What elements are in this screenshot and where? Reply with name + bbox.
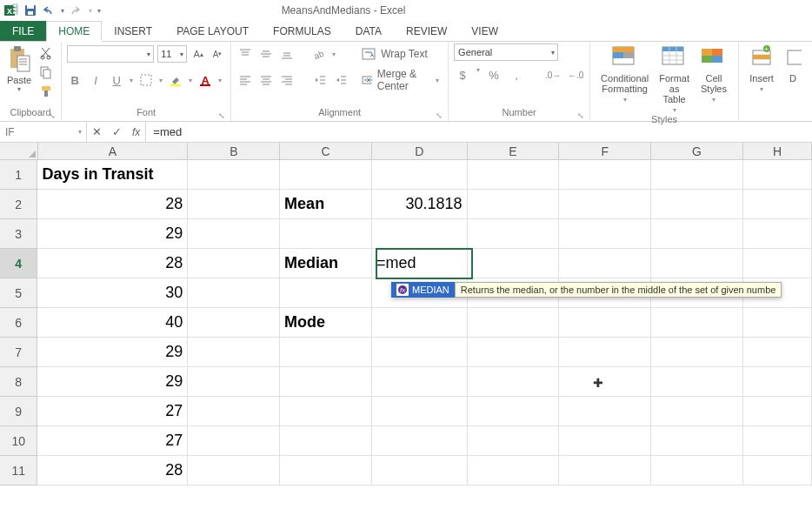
cell[interactable] xyxy=(743,190,812,219)
cell[interactable] xyxy=(372,219,468,249)
cell[interactable] xyxy=(651,249,743,278)
cell[interactable]: 29 xyxy=(37,338,188,367)
cell[interactable] xyxy=(280,397,372,426)
cell[interactable] xyxy=(651,367,743,397)
decrease-indent-button[interactable] xyxy=(311,71,329,89)
cell[interactable] xyxy=(559,308,651,338)
cell[interactable] xyxy=(743,160,812,190)
font-color-button[interactable]: A xyxy=(197,71,213,89)
wrap-text-button[interactable]: Wrap Text xyxy=(358,44,443,64)
bold-button[interactable]: B xyxy=(67,71,83,89)
copy-button[interactable] xyxy=(37,63,56,82)
col-header-G[interactable]: G xyxy=(651,143,743,159)
col-header-E[interactable]: E xyxy=(468,143,560,159)
cell[interactable] xyxy=(468,160,560,190)
cell[interactable] xyxy=(280,338,372,367)
cell[interactable] xyxy=(559,456,651,486)
cell[interactable] xyxy=(651,426,743,456)
accounting-dropdown-icon[interactable]: ▾ xyxy=(476,66,480,84)
cell[interactable] xyxy=(280,367,372,397)
cell[interactable] xyxy=(559,426,651,456)
col-header-H[interactable]: H xyxy=(743,143,812,159)
italic-button[interactable]: I xyxy=(88,71,103,89)
cell[interactable] xyxy=(188,426,280,456)
comma-format-button[interactable]: , xyxy=(508,66,525,84)
cell[interactable] xyxy=(372,397,468,426)
autocomplete-item[interactable]: fx MEDIAN xyxy=(391,282,455,298)
cell[interactable] xyxy=(651,397,743,426)
cell[interactable] xyxy=(468,308,560,338)
cell[interactable] xyxy=(651,219,743,249)
format-painter-button[interactable] xyxy=(37,82,56,101)
accounting-format-button[interactable]: $ xyxy=(454,66,471,84)
cell[interactable] xyxy=(372,160,468,190)
select-all-button[interactable] xyxy=(0,143,38,159)
cell[interactable] xyxy=(743,219,812,249)
cell[interactable] xyxy=(743,426,812,456)
cell[interactable] xyxy=(651,308,743,338)
cell[interactable] xyxy=(743,397,812,426)
cell[interactable] xyxy=(188,249,280,278)
align-middle-button[interactable] xyxy=(257,45,275,63)
tab-data[interactable]: DATA xyxy=(343,21,394,41)
cell[interactable] xyxy=(280,219,372,249)
cell[interactable]: 29 xyxy=(37,219,188,249)
cell[interactable] xyxy=(372,426,468,456)
cell[interactable] xyxy=(559,160,651,190)
cell[interactable]: Median xyxy=(280,249,372,278)
align-bottom-button[interactable] xyxy=(278,45,296,63)
cell[interactable] xyxy=(651,338,743,367)
cell[interactable] xyxy=(559,367,651,397)
cell[interactable] xyxy=(372,456,468,486)
cell[interactable] xyxy=(651,456,743,486)
underline-button[interactable]: U xyxy=(109,71,124,89)
cell[interactable]: 30 xyxy=(37,278,188,308)
cell[interactable] xyxy=(188,219,280,249)
excel-app-icon[interactable]: X xyxy=(3,3,19,18)
cell[interactable] xyxy=(188,397,280,426)
align-center-button[interactable] xyxy=(257,71,275,89)
cell-styles-button[interactable]: Cell Styles ▾ xyxy=(695,44,733,104)
cell[interactable]: Mode xyxy=(280,308,372,338)
cell[interactable]: Days in Transit xyxy=(37,160,188,190)
cell[interactable] xyxy=(559,249,651,278)
align-left-button[interactable] xyxy=(236,71,254,89)
fill-color-button[interactable] xyxy=(168,71,183,89)
col-header-C[interactable]: C xyxy=(280,143,372,159)
borders-button[interactable] xyxy=(138,71,154,89)
active-cell[interactable]: =med xyxy=(372,249,468,278)
cell[interactable] xyxy=(188,367,280,397)
name-box[interactable]: IF▾ xyxy=(0,122,87,142)
cell[interactable] xyxy=(372,308,468,338)
cell[interactable] xyxy=(372,338,468,367)
delete-cells-button[interactable]: D xyxy=(779,44,807,84)
cell[interactable] xyxy=(188,456,280,486)
merge-center-button[interactable]: Merge & Center ▾ xyxy=(358,70,443,90)
cell[interactable] xyxy=(468,367,560,397)
font-dialog-launcher-icon[interactable]: ⤡ xyxy=(218,111,225,120)
cell[interactable] xyxy=(559,338,651,367)
cut-button[interactable] xyxy=(37,44,56,63)
cell[interactable] xyxy=(188,278,280,308)
increase-decimal-button[interactable]: .0→ xyxy=(544,66,562,84)
cell[interactable] xyxy=(188,308,280,338)
cell[interactable] xyxy=(651,190,743,219)
format-as-table-button[interactable]: Format as Table ▾ xyxy=(654,44,695,114)
cell[interactable]: 28 xyxy=(37,249,188,278)
enter-formula-button[interactable]: ✓ xyxy=(112,125,122,138)
cell[interactable] xyxy=(188,338,280,367)
cell[interactable]: 28 xyxy=(37,456,188,486)
cell[interactable] xyxy=(468,338,560,367)
increase-font-button[interactable]: A▴ xyxy=(190,45,206,63)
cell[interactable]: Mean xyxy=(280,190,372,219)
cell[interactable]: 28 xyxy=(37,190,188,219)
cell[interactable] xyxy=(559,397,651,426)
cancel-formula-button[interactable]: ✕ xyxy=(92,125,102,138)
tab-view[interactable]: VIEW xyxy=(459,21,510,41)
cell[interactable]: 27 xyxy=(37,426,188,456)
col-header-D[interactable]: D xyxy=(372,143,468,159)
number-format-combo[interactable]: General▾ xyxy=(454,44,558,61)
conditional-formatting-button[interactable]: Conditional Formatting ▾ xyxy=(596,44,654,104)
tab-page-layout[interactable]: PAGE LAYOUT xyxy=(164,21,261,41)
tab-review[interactable]: REVIEW xyxy=(394,21,459,41)
